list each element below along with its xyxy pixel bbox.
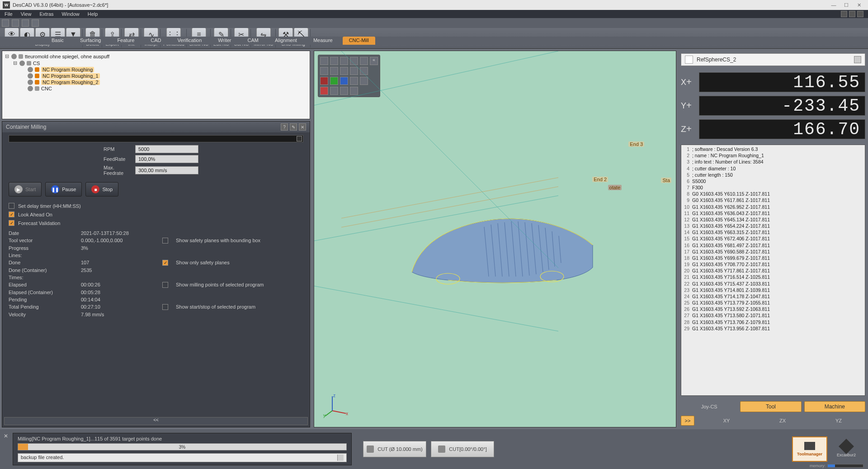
menu-help[interactable]: Help xyxy=(88,11,98,17)
collapse-button[interactable]: << xyxy=(4,417,308,425)
panel-edit-icon[interactable]: ✎ xyxy=(290,123,297,131)
y-readout: -233.45 xyxy=(699,96,865,116)
tab-cam[interactable]: CAM xyxy=(241,37,265,45)
toolvector-label: Tool vector xyxy=(9,238,76,244)
done-value: 107 xyxy=(81,260,158,266)
app-title: DesCAD V6.3.0 (64bit) xyxy=(13,2,63,8)
times-value xyxy=(81,275,158,280)
panel-close-icon[interactable]: ✕ xyxy=(299,123,306,131)
start-button[interactable]: ▶Start xyxy=(9,182,42,197)
vis-icon[interactable] xyxy=(28,80,33,85)
progress-bar: 3% xyxy=(18,443,347,450)
stop-button[interactable]: ■Stop xyxy=(85,182,118,197)
menu-view[interactable]: View xyxy=(21,11,32,17)
preview-bar xyxy=(9,135,303,142)
qa-save-icon[interactable] xyxy=(22,19,29,27)
yz-label[interactable]: YZ xyxy=(812,418,865,423)
toolmanager-button[interactable]: Toolmanager xyxy=(792,436,827,462)
mdi-min-icon[interactable] xyxy=(841,11,847,17)
log-dropdown-icon[interactable] xyxy=(337,455,344,461)
3d-viewport[interactable]: « xyxy=(314,51,676,427)
nc-code-list[interactable]: 1; software : Descad Version 6.32; name … xyxy=(681,145,865,396)
tree-item-roughing[interactable]: NC Program Roughing xyxy=(41,67,94,72)
mdi-max-icon[interactable] xyxy=(849,11,855,17)
title-bar: W DesCAD V6.3.0 (64bit) - [Autosave~2.dc… xyxy=(0,0,868,10)
vis-icon[interactable] xyxy=(19,61,25,66)
z-readout: 166.70 xyxy=(699,119,865,139)
pause-button[interactable]: ❚❚Pause xyxy=(45,182,82,197)
minimize-button[interactable]: — xyxy=(827,1,840,9)
container-milling-panel: Container Milling ? ✎ ✕ RPM FeedRate Max… xyxy=(2,121,310,427)
safety-bbox-checkbox[interactable] xyxy=(162,238,168,244)
zx-label[interactable]: ZX xyxy=(756,418,809,423)
panel-help-icon[interactable]: ? xyxy=(281,123,288,131)
tree-root[interactable]: tteuromold ohne spiegel, ohne auspuff xyxy=(25,54,109,59)
tree-item-roughing2[interactable]: NC Program Roughing_2 xyxy=(41,80,100,85)
menu-extras[interactable]: Extras xyxy=(39,11,53,17)
donec-value: 2535 xyxy=(81,267,158,273)
delay-checkbox[interactable] xyxy=(9,203,14,209)
times-label: Times: xyxy=(9,275,76,280)
tab-writer[interactable]: Writer xyxy=(212,37,237,45)
startstop-checkbox[interactable] xyxy=(162,304,168,310)
status-close-icon[interactable]: ✕ xyxy=(4,433,8,439)
elapsedc-label: Elapsed (Container) xyxy=(9,290,76,295)
mdi-close-icon[interactable] xyxy=(857,11,863,17)
preview-restore-icon[interactable] xyxy=(297,136,302,141)
tool-tab-button[interactable]: Tool xyxy=(740,401,801,412)
svg-line-6 xyxy=(341,178,558,218)
menu-file[interactable]: File xyxy=(5,11,13,17)
log-output[interactable]: backup file created. xyxy=(18,453,347,462)
y-axis-label: Y+ xyxy=(681,101,699,111)
millpoints-checkbox[interactable] xyxy=(162,282,168,288)
xy-label[interactable]: XY xyxy=(700,418,753,423)
machine-tab-button[interactable]: Machine xyxy=(804,401,865,412)
vis-icon[interactable] xyxy=(28,86,33,91)
maxfeed-input[interactable] xyxy=(135,166,198,174)
maximize-button[interactable]: ☐ xyxy=(840,1,853,9)
excalibur-button[interactable]: Excalibur2 xyxy=(833,441,860,457)
chevron-down-icon[interactable] xyxy=(854,56,861,63)
forecast-checkbox[interactable] xyxy=(9,220,14,226)
tab-feature[interactable]: Feature xyxy=(111,37,141,45)
feedrate-input[interactable] xyxy=(135,155,198,163)
pause-icon: ❚❚ xyxy=(51,185,59,193)
donec-label: Done (Container) xyxy=(9,267,76,273)
tree-item-cs[interactable]: CS xyxy=(33,61,40,66)
menu-bar: File View Extras Window Help xyxy=(0,10,868,18)
menu-window[interactable]: Window xyxy=(62,11,80,17)
qa-new-icon[interactable] xyxy=(2,19,9,27)
coordinate-system-select[interactable]: RefSphereCS_2 xyxy=(681,53,865,66)
tree-item-cnc[interactable]: CNC xyxy=(41,86,52,91)
vis-icon[interactable] xyxy=(28,73,33,79)
panel-title: Container Milling xyxy=(6,124,46,130)
cut-angle-button[interactable]: CUT[0.00°/0.00°] xyxy=(431,441,494,457)
toolmanager-icon xyxy=(804,442,815,450)
tab-basic[interactable]: Basic xyxy=(45,37,70,45)
tree-item-roughing1[interactable]: NC Program Roughing_1 xyxy=(41,73,100,79)
tab-cnc-mill[interactable]: CNC-Mill xyxy=(343,37,375,45)
tab-surfacing[interactable]: Surfacing xyxy=(74,37,107,45)
close-button[interactable]: ✕ xyxy=(853,1,865,9)
tab-alignment[interactable]: Alignment xyxy=(269,37,303,45)
tab-verification[interactable]: Verification xyxy=(171,37,208,45)
safety-only-checkbox[interactable] xyxy=(162,260,168,266)
vis-icon[interactable] xyxy=(11,54,17,59)
cut-diameter-button[interactable]: CUT (Ø 10.000 mm) xyxy=(363,441,426,457)
qa-saveall-icon[interactable] xyxy=(32,19,39,27)
done-label: Done xyxy=(9,260,76,266)
model-tree[interactable]: ⊟tteuromold ohne spiegel, ohne auspuff ⊟… xyxy=(2,51,310,119)
tab-cad[interactable]: CAD xyxy=(144,37,167,45)
qa-open-icon[interactable] xyxy=(12,19,19,27)
vis-icon[interactable] xyxy=(28,67,33,72)
svg-line-7 xyxy=(341,187,558,227)
rpm-input[interactable] xyxy=(135,145,198,153)
date-value: 2021-07-13T17:50:28 xyxy=(81,230,158,236)
shift-button[interactable]: >> xyxy=(681,416,694,426)
velocity-label: Velocity xyxy=(9,312,76,317)
label-end3: End 3 xyxy=(628,141,644,147)
progress-panel: Milling[NC Program Roughing_1]...115 of … xyxy=(13,433,352,465)
toolvector-value: 0.000,-1.000,0.000 xyxy=(81,238,158,244)
lookahead-checkbox[interactable] xyxy=(9,211,14,217)
tab-measure[interactable]: Measure xyxy=(307,37,339,45)
